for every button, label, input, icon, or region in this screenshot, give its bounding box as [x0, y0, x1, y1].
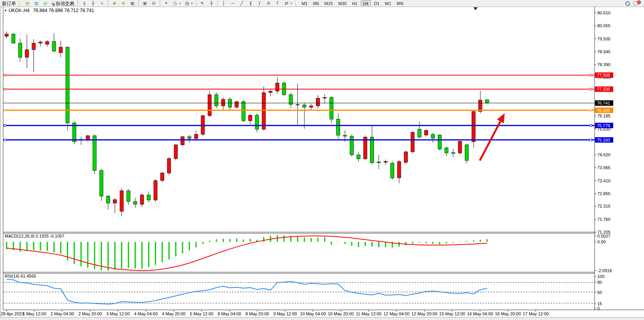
svg-text:3 May 12:00: 3 May 12:00: [106, 311, 130, 316]
svg-text:0.00: 0.00: [597, 240, 605, 244]
svg-text:15 May 12:00: 15 May 12:00: [439, 311, 465, 316]
line-handle[interactable]: [590, 88, 592, 90]
svg-text:74.520: 74.520: [597, 152, 611, 157]
macd-indicator-label: MACD(12,26,9) 0.1925 -0.1057: [5, 234, 64, 238]
autotrading-icon: ◙: [52, 1, 54, 6]
notifications-icon[interactable]: 1: [633, 0, 641, 6]
line-handle[interactable]: [4, 139, 6, 141]
one-click-caret-icon[interactable]: ▼: [4, 9, 7, 12]
toolbar-grip: [295, 1, 297, 5]
line-chart-icon: ∿: [100, 1, 105, 6]
timeframe-m5-button[interactable]: M5: [311, 0, 321, 6]
chart-symbol: UKOil-,H4: [9, 8, 30, 13]
timeframe-m15-button[interactable]: M15: [322, 0, 335, 6]
timeframe-d1-button[interactable]: D1: [372, 0, 382, 6]
svg-text:80: 80: [597, 280, 602, 285]
channel-button[interactable]: ∥: [247, 0, 255, 6]
timeframe-m1-button[interactable]: M1: [299, 0, 310, 6]
tile-windows-button[interactable]: ▦: [128, 0, 137, 6]
svg-text:4 May 04:00: 4 May 04:00: [134, 311, 158, 316]
cursor-button[interactable]: ↖: [198, 0, 207, 6]
timeframe-h1-button[interactable]: H1: [350, 0, 360, 6]
text-label-button[interactable]: T: [274, 0, 282, 6]
rsi-indicator-label: RSI(14) 61.4565: [5, 274, 36, 278]
market-radar-button[interactable]: ◎: [41, 0, 49, 6]
svg-text:78.945: 78.945: [597, 49, 611, 54]
trendline-icon: ╱: [239, 1, 244, 6]
new-order-label: 新订单: [2, 1, 16, 6]
add-indicator-icon: +: [164, 0, 169, 5]
line-handle[interactable]: [4, 88, 6, 90]
print-stack-icon: ▤: [25, 1, 30, 6]
text-button[interactable]: A: [265, 0, 273, 6]
window-bottom-strip: [0, 317, 644, 320]
autotrading-button[interactable]: ◙ 自动交易: [50, 0, 76, 6]
svg-text:4 May 20:00: 4 May 20:00: [162, 311, 186, 316]
charts-window-button[interactable]: ▥: [32, 0, 40, 6]
svg-text:73.410: 73.410: [597, 178, 611, 183]
svg-text:8 May 04:00: 8 May 04:00: [218, 311, 241, 316]
chart-background: [0, 7, 644, 320]
chart-title: ▼UKOil-,H476.884 76.896 76.712 76.741: [4, 8, 94, 13]
standard-icon-group: ▤▥◎: [23, 0, 50, 6]
svg-text:28 Apr 2023: 28 Apr 2023: [1, 311, 24, 316]
svg-text:79.500: 79.500: [597, 37, 611, 41]
horizontal-line-button[interactable]: ─: [229, 0, 237, 6]
timeframe-mn-button[interactable]: MN: [394, 0, 405, 6]
svg-text:5 May 12:00: 5 May 12:00: [190, 311, 214, 316]
line-handle[interactable]: [590, 139, 592, 141]
svg-text:77.336: 77.336: [597, 87, 610, 91]
chart-ohlc: 76.884 76.896 76.712 76.741: [33, 8, 94, 13]
crosshair-button[interactable]: ┼: [207, 0, 216, 6]
print-stack-button[interactable]: ▤: [23, 0, 32, 6]
svg-text:76.432: 76.432: [597, 108, 610, 113]
svg-text:78.390: 78.390: [597, 62, 611, 67]
arrange-cascade-button[interactable]: ▣: [141, 0, 149, 6]
zoom-out-button[interactable]: ⊖: [119, 0, 128, 6]
svg-text:16 May 20:00: 16 May 20:00: [495, 311, 521, 316]
svg-text:-2.0918: -2.0918: [597, 268, 612, 273]
vertical-line-button[interactable]: │: [220, 0, 228, 6]
svg-text:76.741: 76.741: [597, 101, 610, 105]
price-chart[interactable]: 80.61080.05579.50078.94578.39077.83576.1…: [0, 0, 644, 320]
line-chart-button[interactable]: ∿: [98, 0, 106, 6]
templates-button[interactable]: ▨▾: [183, 0, 194, 6]
channel-icon: ∥: [248, 1, 253, 6]
svg-text:16 May 04:00: 16 May 04:00: [467, 311, 493, 316]
zoom-in-button[interactable]: ⊕: [111, 0, 119, 6]
line-handle[interactable]: [590, 109, 592, 111]
candle-chart-button[interactable]: ╫: [89, 0, 97, 6]
timeframe-w1-button[interactable]: W1: [383, 0, 394, 6]
horizontal-line-icon: ─: [230, 1, 235, 6]
svg-text:50: 50: [597, 290, 602, 295]
svg-text:8 May 20:00: 8 May 20:00: [246, 311, 269, 316]
arrange-tile-button[interactable]: ⊞: [150, 0, 158, 6]
new-order-button[interactable]: 新订单: [0, 0, 18, 6]
timeframe-h4-button[interactable]: H4: [361, 0, 371, 6]
add-indicator-button[interactable]: +: [162, 0, 170, 6]
line-handle[interactable]: [590, 74, 592, 76]
svg-text:12 May 20:00: 12 May 20:00: [411, 311, 437, 316]
zoom-in-icon: ⊕: [112, 1, 117, 6]
line-handle[interactable]: [4, 109, 6, 111]
text-icon: A: [266, 1, 271, 6]
svg-text:11 May 12:00: 11 May 12:00: [356, 311, 381, 316]
bar-chart-button[interactable]: |||: [80, 1, 88, 7]
svg-text:72.315: 72.315: [597, 204, 611, 208]
svg-text:71.760: 71.760: [597, 217, 611, 222]
fibonacci-button[interactable]: ƒ: [256, 0, 264, 6]
trendline-button[interactable]: ╱: [238, 0, 246, 6]
search-icon[interactable]: [625, 1, 631, 6]
shapes-button[interactable]: ⇄▾: [283, 0, 294, 6]
svg-text:80.610: 80.610: [597, 10, 611, 15]
timeframe-m30-button[interactable]: M30: [336, 0, 349, 6]
line-handle[interactable]: [590, 124, 592, 126]
periods-clock-icon: ◷: [173, 1, 178, 6]
svg-text:10 May 04:00: 10 May 04:00: [300, 311, 326, 316]
line-handle[interactable]: [4, 124, 6, 126]
line-handle[interactable]: [4, 74, 6, 76]
periods-clock-button[interactable]: ◷▾: [171, 0, 182, 6]
toolbar-grip: [217, 0, 218, 6]
toolbar-grip: [108, 0, 109, 6]
svg-text:0.5027: 0.5027: [597, 234, 611, 238]
